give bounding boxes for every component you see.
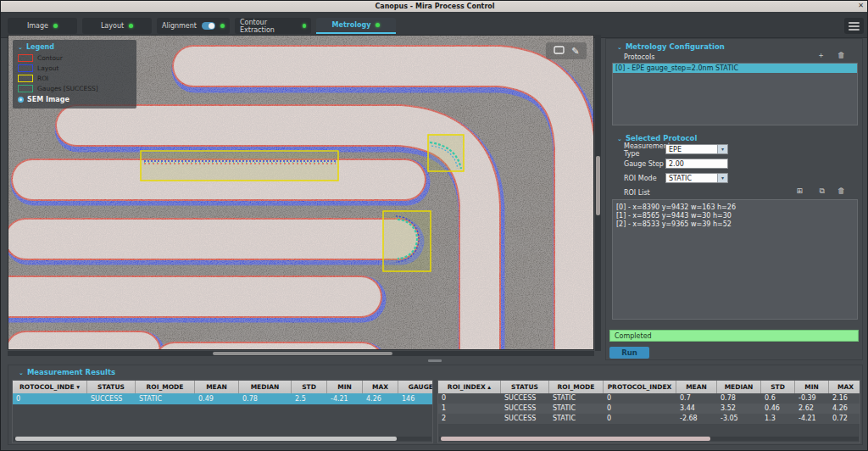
column-header[interactable]: ROI_MODE xyxy=(136,381,195,393)
delete-protocol-icon[interactable]: 🗑 xyxy=(837,52,845,59)
column-header[interactable]: MEDIAN xyxy=(717,381,761,393)
tab-contour-extraction[interactable]: Contour Extraction xyxy=(235,18,311,34)
toggle-knob xyxy=(209,23,214,29)
table-cell: SUCCESS xyxy=(87,393,136,404)
right-table-scrollbar[interactable] xyxy=(439,437,859,441)
column-header[interactable]: STD xyxy=(761,381,795,393)
sem-image-viewport[interactable]: ⌄Legend Contour Layout ROI Gauges [SUCCE… xyxy=(8,35,594,350)
column-header[interactable]: STATUS xyxy=(87,381,136,393)
measurement-results-header[interactable]: ⌄Measurement Results xyxy=(19,368,115,376)
tab-metrology-label: Metrology xyxy=(332,21,371,29)
column-header[interactable]: STD xyxy=(292,381,327,393)
protocol-list-item-selected[interactable]: [0] - EPE gauge_step=2.0nm STATIC xyxy=(613,64,857,73)
column-header[interactable]: ROI_INDEX ▴ xyxy=(438,381,501,393)
protocols-list[interactable]: [0] - EPE gauge_step=2.0nm STATIC xyxy=(612,63,858,125)
chevron-down-icon[interactable]: ▾ xyxy=(717,174,727,182)
column-header[interactable]: MEDIAN xyxy=(239,381,292,393)
tab-alignment[interactable]: Alignment xyxy=(157,18,230,34)
column-header[interactable]: STATUS xyxy=(501,381,549,393)
column-header[interactable]: MAX xyxy=(829,381,860,393)
table-cell: 3.44 xyxy=(676,404,717,414)
table-cell: 0 xyxy=(604,404,676,414)
add-protocol-icon[interactable]: ＋ xyxy=(817,52,825,59)
roi-list-item[interactable]: [0] - x=8390 y=9432 w=163 h=26 xyxy=(613,203,857,212)
run-button[interactable]: Run xyxy=(609,347,649,359)
status-dot-green xyxy=(129,24,133,28)
table-cell: -4.21 xyxy=(327,393,363,404)
image-horizontal-scrollbar[interactable] xyxy=(8,351,594,356)
table-row[interactable]: 2SUCCESSSTATIC0-2.68-3.051.3-4.210.72464… xyxy=(438,414,860,424)
app-window: Canopus - Mira Process Control ✕ Image L… xyxy=(0,0,868,451)
column-header[interactable]: MIN xyxy=(327,381,363,393)
legend-item-gauges: Gauges [SUCCESS] xyxy=(18,85,131,92)
scrollbar-handle[interactable] xyxy=(15,437,397,441)
scrollbar-handle[interactable] xyxy=(213,352,392,355)
screenshot-icon[interactable] xyxy=(554,46,565,56)
table-cell: 2 xyxy=(438,414,501,424)
table-row[interactable]: 0SUCCESSSTATIC0.490.782.5-4.214.26146146… xyxy=(13,393,432,404)
measurement-results-panel: ⌄Measurement Results ROTOCOL_INDE ▾STATU… xyxy=(8,365,863,445)
results-table-left[interactable]: ROTOCOL_INDE ▾STATUSROI_MODEMEANMEDIANST… xyxy=(12,380,433,443)
add-roi-icon[interactable]: ⊞ xyxy=(796,187,803,195)
visibility-eye-icon[interactable] xyxy=(18,97,24,103)
roi-list-item[interactable]: [2] - x=8533 y=9365 w=39 h=52 xyxy=(613,220,857,229)
column-header[interactable]: PROTOCOL_INDEX xyxy=(604,381,676,393)
image-vertical-scrollbar[interactable] xyxy=(595,35,601,351)
chevron-down-icon[interactable]: ▾ xyxy=(717,145,727,153)
results-table-right[interactable]: ROI_INDEX ▴STATUSROI_MODEPROTOCOL_INDEXM… xyxy=(437,380,860,443)
image-toolbar: ✎ xyxy=(546,42,587,59)
status-dot-green xyxy=(53,24,58,28)
column-header[interactable]: MAX xyxy=(363,381,398,393)
column-header[interactable]: ROTOCOL_INDE ▾ xyxy=(13,381,87,393)
tab-image[interactable]: Image xyxy=(8,18,77,34)
roi-mode-select[interactable]: STATIC ▾ xyxy=(665,173,728,183)
table-cell: 0 xyxy=(438,393,501,404)
scrollbar-handle[interactable] xyxy=(596,156,600,215)
table-cell: 0 xyxy=(604,393,676,404)
legend-title[interactable]: ⌄Legend xyxy=(18,43,131,51)
window-title: Canopus - Mira Process Control xyxy=(375,3,494,10)
edit-roi-icon[interactable]: ⧉ xyxy=(820,187,825,195)
measurement-type-value: EPE xyxy=(669,145,682,154)
table-cell: 0 xyxy=(13,393,87,404)
status-bar-completed: Completed xyxy=(609,330,859,342)
panel-splitter-handle[interactable] xyxy=(428,359,442,362)
tab-layout[interactable]: Layout xyxy=(82,18,152,34)
hamburger-menu-icon[interactable] xyxy=(844,18,864,34)
measurement-type-select[interactable]: EPE ▾ xyxy=(665,144,728,154)
gauge-step-input[interactable]: 2.00 xyxy=(665,159,728,169)
legend-label: ROI xyxy=(37,75,48,82)
status-dot-green xyxy=(376,23,380,27)
left-table-scrollbar[interactable] xyxy=(14,437,431,441)
table-cell: STATIC xyxy=(136,393,195,404)
status-dot-green xyxy=(220,24,225,28)
metrology-config-header[interactable]: ⌄Metrology Configuration xyxy=(617,42,725,51)
delete-roi-icon[interactable]: 🗑 xyxy=(837,187,845,195)
table-row[interactable]: 0SUCCESSSTATIC00.70.780.6-0.392.1682820 xyxy=(438,393,860,404)
gauge-step-value: 2.00 xyxy=(669,159,684,169)
tab-metrology[interactable]: Metrology xyxy=(316,18,396,34)
legend-item-roi: ROI xyxy=(18,75,131,82)
metrology-config-panel: ⌄Metrology Configuration Protocols ＋ 🗑 [… xyxy=(605,38,863,360)
roi-list-label: ROI List xyxy=(624,189,650,197)
selected-protocol-header[interactable]: ⌄Selected Protocol xyxy=(617,134,697,142)
table-cell: -0.39 xyxy=(795,393,829,404)
table-row[interactable]: 1SUCCESSSTATIC03.443.520.462.624.2618180 xyxy=(438,404,860,414)
roi-list-item[interactable]: [1] - x=8565 y=9443 w=30 h=30 xyxy=(613,212,857,220)
protocols-label: Protocols xyxy=(624,53,654,61)
chevron-down-icon: ⌄ xyxy=(18,44,23,51)
alignment-toggle[interactable] xyxy=(202,22,215,30)
column-header[interactable]: MEAN xyxy=(195,381,239,393)
sem-image-layer-row[interactable]: SEM Image xyxy=(18,96,131,103)
table-cell: 146 xyxy=(398,393,433,404)
column-header[interactable]: MIN xyxy=(795,381,829,393)
column-header[interactable]: GAUGE_NUMBER xyxy=(398,381,433,393)
close-icon[interactable]: ✕ xyxy=(858,2,864,9)
table-cell: 0.7 xyxy=(676,393,717,404)
scrollbar-handle[interactable] xyxy=(441,437,710,441)
column-header[interactable]: MEAN xyxy=(676,381,717,393)
draw-pencil-icon[interactable]: ✎ xyxy=(571,47,579,56)
roi-list[interactable]: [0] - x=8390 y=9432 w=163 h=26 [1] - x=8… xyxy=(612,199,858,320)
table-cell: 4.26 xyxy=(363,393,398,404)
column-header[interactable]: ROI_MODE xyxy=(549,381,604,393)
